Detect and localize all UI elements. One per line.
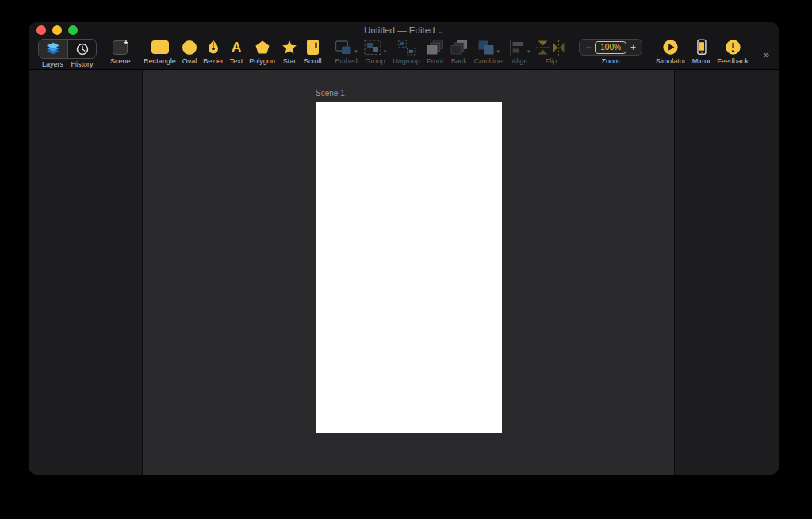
zoom-out-button[interactable]: − [581,43,595,52]
toolbar-label-ungroup: Ungroup [393,58,420,65]
layers-icon [45,40,61,57]
scene-container: Scene 1 [316,89,502,433]
toolbar-label-group: Group [366,58,385,65]
layers-panel [29,70,143,475]
combine-button: ▾ Combine [474,39,503,65]
flip-icons [536,39,565,56]
bezier-pen-icon [206,39,220,56]
panels-segmented-control [38,39,97,59]
group-icon: ▾ [364,39,387,56]
polygon-tool-button[interactable]: Polygon [249,39,275,65]
zoom-control: − 100% + [579,39,642,56]
titlebar: Untitled — Edited⌄ [29,22,779,37]
toolbar-label-zoom: Zoom [602,58,620,65]
toolbar-label-front: Front [427,58,443,65]
star-icon [282,39,297,56]
toolbar-label-align: Align [511,58,527,65]
plus-icon: + [124,38,128,47]
dropdown-caret-icon: ▾ [354,48,358,56]
rectangle-tool-button[interactable]: Rectangle [144,39,176,65]
flip-horizontal-icon [552,40,565,56]
align-icon: ▾ [509,39,530,56]
window-title[interactable]: Untitled — Edited⌄ [29,25,779,35]
mirror-button[interactable]: Mirror [692,39,711,65]
app-window: Untitled — Edited⌄ [29,22,779,475]
arrange-tools-group: ▾ Embed ▾ Group [335,39,565,65]
run-tools-group: Simulator Mirror [656,39,749,65]
toolbar-label-oval: Oval [182,58,197,65]
dropdown-caret-icon: ▾ [497,48,500,56]
mirror-device-icon [693,39,710,56]
oval-tool-button[interactable]: Oval [182,39,197,65]
combine-icon: ▾ [477,39,500,56]
star-tool-button[interactable]: Star [282,39,297,65]
group-button: ▾ Group [364,39,387,65]
scroll-icon [307,39,319,56]
zoom-in-button[interactable]: + [626,43,640,52]
toolbar-label-bezier: Bezier [203,58,224,65]
toolbar-label-star: Star [283,58,297,65]
align-button: ▾ Align [509,39,530,65]
embed-button: ▾ Embed [335,39,358,65]
simulator-button[interactable]: Simulator [656,39,686,65]
rectangle-icon [151,39,169,56]
toolbar-label-flip: Flip [546,58,557,65]
toolbar-label-text: Text [230,58,243,65]
desktop: { "window": { "title": "Untitled — Edite… [0,0,812,519]
toolbar-zoom-group: − 100% + Zoom [579,39,642,65]
toolbar-label-rectangle: Rectangle [144,58,176,65]
oval-icon [182,39,197,56]
scene-add-icon: + [113,39,128,56]
flip-vertical-icon [536,40,550,56]
history-icon [75,40,90,57]
canvas[interactable]: Scene 1 [143,70,674,475]
toolbar-label-embed: Embed [335,58,358,65]
back-icon [450,39,468,56]
toolbar-label-combine: Combine [474,58,503,65]
scene-button[interactable]: + Scene [110,39,131,65]
feedback-button[interactable]: Feedback [717,39,749,65]
inspector-panel [674,70,779,475]
toolbar-label-scroll: Scroll [304,58,322,65]
toolbar-label-feedback: Feedback [717,58,749,65]
send-to-back-button: Back [450,39,468,65]
bezier-tool-button[interactable]: Bezier [203,39,224,65]
scene-artboard[interactable] [316,102,502,433]
toolbar-label-simulator: Simulator [656,58,686,65]
toolbar-label-layers: Layers [38,61,67,68]
toolbar-panels-group: Layers History [38,39,97,68]
toolbar: Layers History + Scene Rectangle Oval [29,37,779,70]
dropdown-caret-icon: ▾ [527,48,530,56]
shape-tools-group: Rectangle Oval Bezier A Text [144,39,321,65]
text-icon: A [232,39,241,56]
toolbar-label-mirror: Mirror [692,58,711,65]
scene-page-glyph: + [113,40,128,55]
window-content: Scene 1 [29,70,779,475]
toolbar-overflow-button[interactable]: » [762,48,771,60]
bring-to-front-button: Front [427,39,444,65]
scene-label[interactable]: Scene 1 [316,89,502,98]
panels-labels: Layers History [38,61,97,68]
simulator-play-icon [662,39,679,56]
toolbar-label-back: Back [451,58,467,65]
embed-icon: ▾ [335,39,358,56]
ungroup-icon [398,39,416,56]
zoom-level-value[interactable]: 100% [595,41,626,54]
window-title-text: Untitled — Edited [364,25,435,35]
layers-panel-toggle[interactable] [39,40,67,58]
history-panel-toggle[interactable] [67,40,96,58]
text-tool-button[interactable]: A Text [230,39,243,65]
scroll-tool-button[interactable]: Scroll [304,39,322,65]
toolbar-label-history: History [67,61,97,68]
toolbar-label-scene: Scene [110,58,131,65]
ungroup-button: Ungroup [393,39,420,65]
title-chevron-icon: ⌄ [437,27,443,35]
dropdown-caret-icon: ▾ [384,48,387,56]
feedback-icon [725,39,741,56]
polygon-icon [255,39,270,56]
flip-button: Flip [536,39,565,65]
front-icon [427,39,444,56]
toolbar-label-polygon: Polygon [249,58,275,65]
